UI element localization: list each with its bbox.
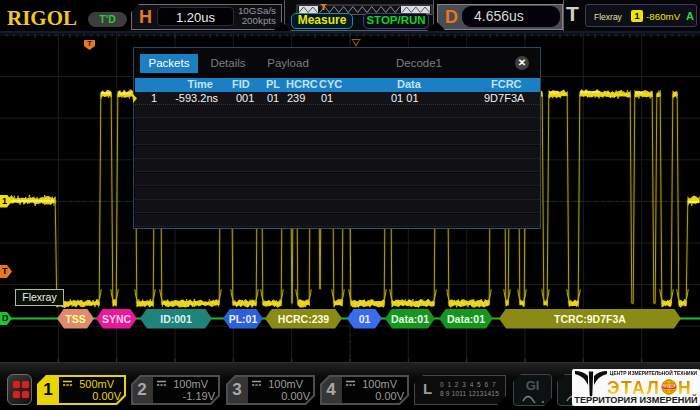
svg-text:ПРИБОР: ПРИБОР — [662, 385, 675, 389]
